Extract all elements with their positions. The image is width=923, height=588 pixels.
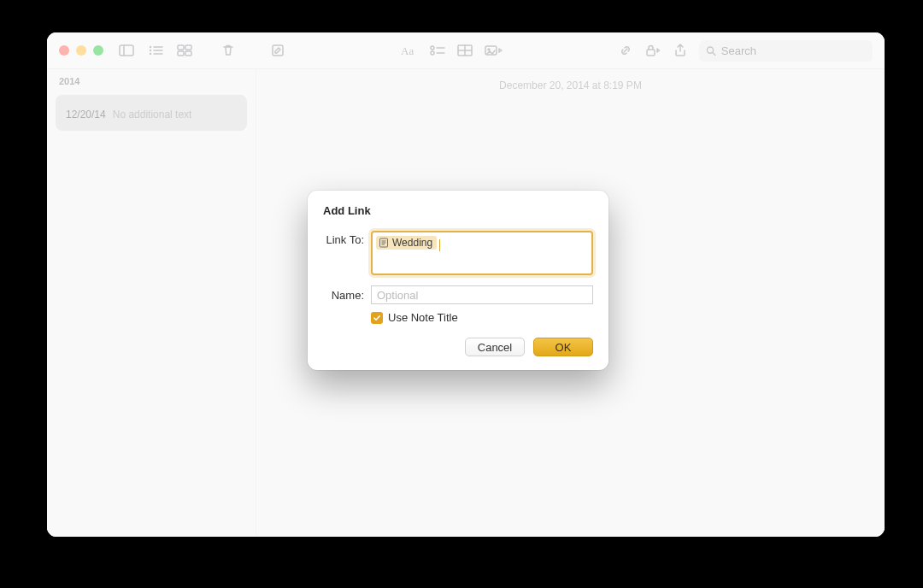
ok-button[interactable]: OK xyxy=(533,338,593,356)
link-token-text: Wedding xyxy=(392,237,432,249)
note-icon xyxy=(379,238,389,248)
notes-window: Aa 2014 12/ xyxy=(47,32,885,537)
add-link-dialog: Add Link Link To: Wedding Name: Use Note… xyxy=(308,191,608,370)
link-to-label: Link To: xyxy=(323,231,371,246)
text-caret xyxy=(439,239,440,251)
use-note-title-checkbox[interactable] xyxy=(371,312,383,324)
name-label: Name: xyxy=(323,289,371,302)
link-token[interactable]: Wedding xyxy=(376,236,437,250)
name-input[interactable] xyxy=(371,285,593,304)
dialog-title: Add Link xyxy=(323,204,593,217)
link-to-field[interactable]: Wedding xyxy=(371,231,593,275)
use-note-title-label: Use Note Title xyxy=(388,311,458,324)
cancel-button[interactable]: Cancel xyxy=(465,338,525,356)
